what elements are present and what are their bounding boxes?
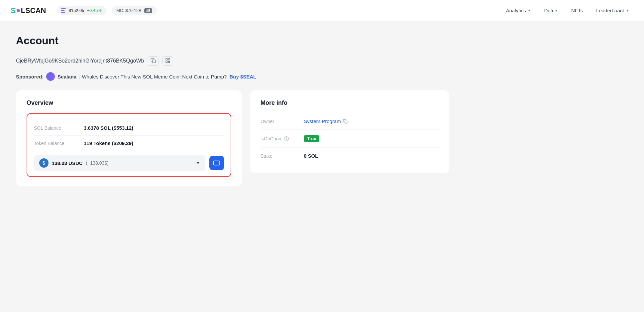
svg-rect-5 xyxy=(169,61,170,62)
sol-price: $152.05 xyxy=(68,8,84,13)
page-title: Account xyxy=(16,35,449,47)
owner-copy-icon[interactable] xyxy=(343,119,348,124)
nav-defi[interactable]: Defi ▼ xyxy=(540,5,562,16)
copy-icon xyxy=(151,58,156,63)
logo-dot-icon xyxy=(17,9,20,12)
nav-leaderboard[interactable]: Leaderboard ▼ xyxy=(592,5,633,16)
wallet-icon xyxy=(213,159,220,167)
nav-nfts-label: NFTs xyxy=(571,8,583,13)
sol-balance-label: SOL Balance xyxy=(34,125,84,131)
owner-value-link[interactable]: System Program xyxy=(304,118,348,124)
mc-pill: MC: $70.12B #5 xyxy=(112,6,157,15)
price-stack-icon xyxy=(61,8,66,13)
is-on-curve-info-icon[interactable]: i xyxy=(284,136,289,141)
overview-card: Overview SOL Balance 3.6378 SOL ($553.12… xyxy=(16,90,242,186)
wallet-button[interactable] xyxy=(209,156,224,170)
token-dropdown-row: $ 138.03 USDC (~138.03$) ▼ xyxy=(34,151,224,174)
nav-nfts[interactable]: NFTs xyxy=(567,5,587,16)
token-balance-label: Token Balance xyxy=(34,141,84,146)
mc-label: MC: $70.12B xyxy=(116,8,142,13)
is-on-curve-badge: True xyxy=(304,135,319,142)
svg-rect-3 xyxy=(166,61,167,63)
sponsored-bar: Sponsored: Sealana : Whales Discover Thi… xyxy=(16,72,449,81)
svg-rect-2 xyxy=(168,59,170,60)
main-content: Account CjeBRyWfpjGo9KSo2erb2hihGiYordjn… xyxy=(0,21,465,200)
svg-rect-1 xyxy=(166,59,167,60)
nav-leaderboard-label: Leaderboard xyxy=(596,8,624,13)
logo-lscan: LSCAN xyxy=(21,6,46,15)
leaderboard-chevron-icon: ▼ xyxy=(626,9,629,12)
nav-defi-label: Defi xyxy=(544,8,553,13)
svg-rect-8 xyxy=(214,161,220,165)
logo-s: S xyxy=(11,6,16,15)
token-balance-value: 119 Tokens ($209.29) xyxy=(84,140,133,146)
sol-balance-row: SOL Balance 3.6378 SOL ($553.12) xyxy=(34,120,224,136)
sol-price-change: +0.45% xyxy=(87,8,101,13)
owner-value: System Program xyxy=(304,118,341,124)
owner-row: Owner System Program xyxy=(261,113,439,130)
token-dropdown-chevron-icon: ▼ xyxy=(196,161,200,165)
mc-rank: #5 xyxy=(144,8,152,13)
sponsor-description: : Whales Discover This New SOL Meme Coin… xyxy=(79,74,227,79)
nav-analytics-label: Analytics xyxy=(506,8,526,13)
navbar: SLSCAN $152.05 +0.45% MC: $70.12B #5 Ana… xyxy=(0,0,644,21)
svg-rect-6 xyxy=(168,62,169,63)
is-on-curve-row: isOnCurve i True xyxy=(261,130,439,148)
token-select-amount: 138.03 USDC xyxy=(52,160,83,166)
nav-analytics[interactable]: Analytics ▼ xyxy=(502,5,535,16)
overview-card-title: Overview xyxy=(27,99,231,106)
qr-code-button[interactable] xyxy=(162,56,173,66)
more-info-card: More info Owner System Program isOnCurve xyxy=(250,90,449,173)
qr-icon xyxy=(165,58,170,63)
sponsor-cta-link[interactable]: Buy $SEAL xyxy=(229,74,256,79)
defi-chevron-icon: ▼ xyxy=(555,9,558,12)
svg-rect-4 xyxy=(168,61,169,62)
token-select-usd: (~138.03$) xyxy=(86,160,109,166)
cards-row: Overview SOL Balance 3.6378 SOL ($553.12… xyxy=(16,90,449,186)
svg-rect-9 xyxy=(345,121,347,123)
account-address-row: CjeBRyWfpjGo9KSo2erb2hihGiYordjnt876BK5Q… xyxy=(16,56,449,66)
stake-row: Stake 0 SOL xyxy=(261,148,439,164)
token-balance-row: Token Balance 119 Tokens ($209.29) xyxy=(34,136,224,151)
owner-label: Owner xyxy=(261,119,304,124)
stake-value: 0 SOL xyxy=(304,153,318,159)
sealana-icon xyxy=(46,72,55,81)
svg-rect-0 xyxy=(153,60,156,63)
analytics-chevron-icon: ▼ xyxy=(528,9,531,12)
usdc-icon: $ xyxy=(39,158,49,168)
logo[interactable]: SLSCAN xyxy=(11,6,46,15)
copy-small-icon xyxy=(343,119,348,124)
is-on-curve-label: isOnCurve i xyxy=(261,136,304,141)
sol-price-pill: $152.05 +0.45% xyxy=(56,6,106,15)
copy-address-button[interactable] xyxy=(148,56,159,66)
sponsored-label: Sponsored: xyxy=(16,74,44,79)
overview-inner-box: SOL Balance 3.6378 SOL ($553.12) Token B… xyxy=(27,113,231,177)
svg-rect-7 xyxy=(169,62,170,63)
sol-balance-value: 3.6378 SOL ($553.12) xyxy=(84,125,133,131)
stake-label: Stake xyxy=(261,153,304,159)
account-address: CjeBRyWfpjGo9KSo2erb2hihGiYordjnt876BK5Q… xyxy=(16,58,144,64)
token-select-dropdown[interactable]: $ 138.03 USDC (~138.03$) ▼ xyxy=(34,155,205,171)
sealana-name: Sealana xyxy=(57,74,76,79)
more-info-card-title: More info xyxy=(261,99,439,106)
